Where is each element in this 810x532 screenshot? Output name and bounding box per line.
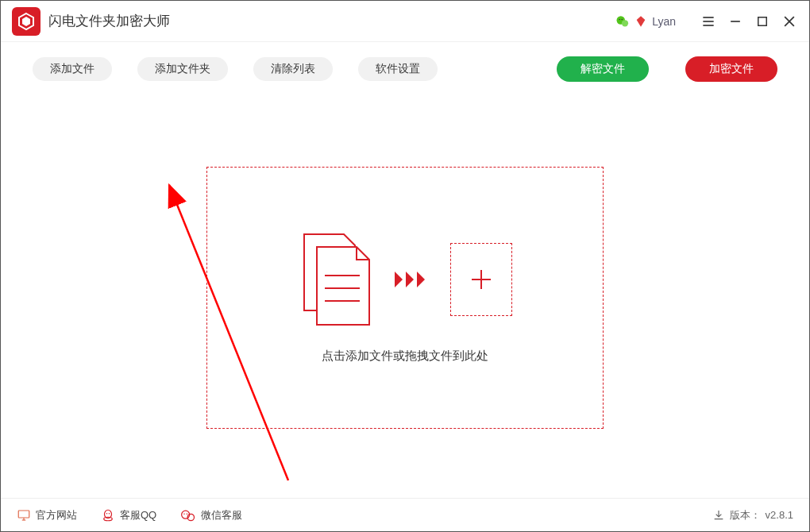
wechat-support-label: 微信客服	[201, 508, 242, 522]
dropzone-plus	[450, 243, 512, 316]
download-icon	[712, 509, 725, 522]
minimize-icon	[727, 13, 743, 29]
qq-icon	[101, 508, 115, 522]
version-info[interactable]: 版本： v2.8.1	[712, 508, 793, 522]
dropzone[interactable]: 点击添加文件或拖拽文件到此处	[206, 167, 604, 429]
qq-support-label: 客服QQ	[120, 508, 156, 522]
maximize-icon	[755, 14, 770, 29]
svg-point-25	[106, 513, 108, 515]
svg-point-30	[187, 513, 188, 515]
version-label: 版本：	[730, 508, 761, 522]
svg-point-3	[622, 20, 628, 26]
minimize-button[interactable]	[722, 8, 749, 35]
wechat-support-icon	[180, 508, 196, 522]
menu-button[interactable]	[695, 8, 722, 35]
close-icon	[781, 13, 797, 29]
app-logo	[12, 7, 40, 36]
encrypt-button[interactable]: 加密文件	[685, 56, 777, 82]
add-file-button[interactable]: 添加文件	[33, 57, 112, 81]
svg-rect-20	[18, 511, 29, 518]
svg-point-26	[109, 513, 110, 515]
svg-marker-1	[22, 17, 30, 26]
documents-icon	[298, 233, 377, 326]
app-title: 闪电文件夹加密大师	[48, 12, 170, 30]
plus-icon	[467, 265, 496, 294]
settings-button[interactable]: 软件设置	[358, 57, 438, 81]
window-controls	[695, 8, 803, 35]
monitor-icon	[17, 508, 31, 522]
hamburger-icon	[700, 13, 716, 29]
close-button[interactable]	[776, 8, 803, 35]
svg-rect-10	[758, 17, 767, 25]
statusbar: 官方网站 客服QQ 微信客服 版本： v2.8.1	[1, 498, 809, 531]
arrows-icon	[395, 268, 433, 291]
wechat-icon	[615, 14, 630, 29]
dropzone-hint: 点击添加文件或拖拽文件到此处	[322, 349, 488, 364]
main-area: 点击添加文件或拖拽文件到此处	[1, 104, 809, 492]
svg-point-4	[619, 18, 621, 20]
maximize-button[interactable]	[749, 8, 776, 35]
user-area[interactable]: Lyan	[615, 14, 676, 29]
user-name: Lyan	[652, 15, 676, 28]
add-folder-button[interactable]: 添加文件夹	[137, 57, 228, 81]
svg-point-29	[183, 513, 185, 515]
titlebar: 闪电文件夹加密大师 Lyan	[1, 1, 809, 42]
clear-list-button[interactable]: 清除列表	[253, 57, 333, 81]
toolbar: 添加文件 添加文件夹 清除列表 软件设置 解密文件 加密文件	[1, 42, 809, 96]
version-value: v2.8.1	[766, 509, 793, 521]
official-website-link[interactable]: 官方网站	[17, 508, 77, 522]
wechat-support-link[interactable]: 微信客服	[180, 508, 242, 522]
svg-point-24	[104, 517, 113, 521]
logo-hexagon-icon	[17, 12, 36, 31]
decrypt-button[interactable]: 解密文件	[557, 56, 649, 82]
svg-point-5	[622, 18, 623, 20]
dropzone-graphics	[298, 233, 512, 326]
qq-support-link[interactable]: 客服QQ	[101, 508, 156, 522]
gem-icon	[634, 15, 647, 28]
official-website-label: 官方网站	[36, 508, 77, 522]
